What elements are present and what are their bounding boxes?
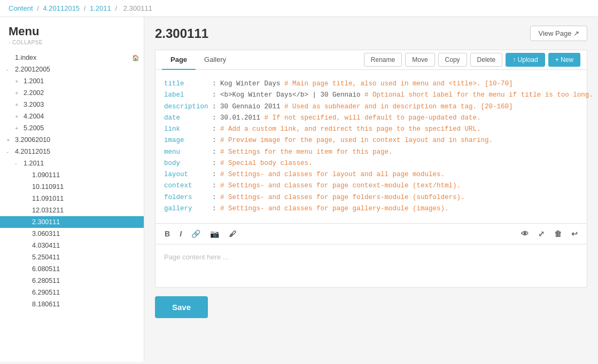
sidebar-item-label-320062010: 3.20062010 [15,136,139,144]
sidebar-title: Menu [9,25,135,38]
breadcrumb-content[interactable]: Content [9,4,33,12]
sidebar-item-42004[interactable]: + 4.2004 [0,110,144,122]
code-line-date: date : 30.01.2011 # If not specified, wi… [164,113,578,124]
sidebar-item-8180611[interactable]: 8.180611 [0,298,144,310]
code-line-gallery: gallery : # Settings- and classes for pa… [164,203,578,215]
code-line-folders: folders : # Settings- and classes for pa… [164,192,578,203]
sidebar-item-320062010[interactable]: + 3.20062010 [0,134,144,146]
sidebar-header: Menu - COLLAPSE [0,17,144,48]
sidebar-item-label-4030411: 4.030411 [32,242,139,249]
sidebar-item-1090111[interactable]: 1.090111 [0,169,144,181]
sidebar-item-label-420112015: 4.20112015 [15,148,139,155]
sidebar-item-label-10110911: 10.110911 [32,183,139,191]
sidebar-item-label-2300111: 2.300111 [32,218,139,226]
sidebar-item-label-12011: 1.2011 [24,160,139,167]
sidebar-item-12031211[interactable]: 12.031211 [0,204,144,216]
preview-button[interactable]: 👁 [518,228,531,240]
code-line-image: image : # Preview image for the page, us… [164,135,578,146]
main-content: 2.300111 View Page ↗ Page Gallery Rename… [144,17,598,362]
sidebar-item-12001[interactable]: + 1.2001 [0,75,144,87]
sidebar-item-label-12031211: 12.031211 [32,207,139,214]
save-area: Save [155,296,587,318]
content-editor-body[interactable]: Page content here ... [156,244,587,287]
sidebar-item-420112015[interactable]: - 4.20112015 [0,146,144,157]
home-icon-1index: 🏠 [132,54,139,61]
bold-button[interactable]: B [162,228,173,240]
page-title: 2.300111 [155,26,208,41]
sidebar-item-label-8180611: 8.180611 [32,300,139,308]
sidebar-item-6280511[interactable]: 6.280511 [0,275,144,287]
code-line-link: link : # Add a custom link, and redirect… [164,124,578,135]
code-line-description: description : 30 Gennaio 2011 # Used as … [164,101,578,113]
code-line-label: label : <b>Kog Winter Days</b> | 30 Genn… [164,90,578,101]
upload-button[interactable]: ↑ Upload [506,53,545,67]
code-line-menu: menu : # Settings for the menu item for … [164,147,578,158]
sidebar-item-label-6080511: 6.080511 [32,265,139,273]
sidebar-item-label-6280511: 6.280511 [32,277,139,284]
save-button[interactable]: Save [155,296,208,318]
sidebar-item-label-12001: 1.2001 [24,77,139,85]
code-editor[interactable]: title : Kog Winter Days # Main page titl… [156,70,587,224]
undo-button[interactable]: ↩ [569,228,580,240]
code-line-layout: layout : # Settings- and classes for lay… [164,169,578,180]
italic-button[interactable]: I [177,228,184,240]
image-button[interactable]: 📷 [207,228,222,240]
page-header: 2.300111 View Page ↗ [155,26,587,41]
delete-button[interactable]: Delete [470,53,503,67]
sidebar-item-2300111[interactable]: 2.300111 [0,216,144,228]
content-area: Page Gallery Rename Move Copy Delete ↑ U… [155,50,587,288]
breadcrumb-4-20112015[interactable]: 4.20112015 [43,4,80,12]
sidebar-item-22002[interactable]: + 2.2002 [0,87,144,99]
code-line-title: title : Kog Winter Days # Main page titl… [164,78,578,90]
sidebar-item-label-3060311: 3.060311 [32,230,139,238]
sidebar-tree: 1.index 🏠- 2.20012005+ 1.2001+ 2.2002+ 3… [0,48,144,314]
sidebar-item-12011[interactable]: - 1.2011 [0,157,144,169]
rename-button[interactable]: Rename [364,53,402,67]
view-page-button[interactable]: View Page ↗ [530,26,587,41]
sidebar-item-label-11091011: 11.091011 [32,195,139,202]
breadcrumb-1-2011[interactable]: 1.2011 [90,4,111,12]
sidebar-item-32003[interactable]: + 3.2003 [0,99,144,110]
sidebar-item-5250411[interactable]: 5.250411 [0,251,144,263]
toolbar-actions: Rename Move Copy Delete ↑ Upload + New [364,53,580,67]
new-button[interactable]: + New [548,53,580,67]
code-line-context: context : # Settings- and classes for pa… [164,180,578,192]
sidebar-item-4030411[interactable]: 4.030411 [0,240,144,251]
sidebar-item-label-5250411: 5.250411 [32,254,139,261]
sidebar-item-label-42004: 4.2004 [24,113,139,120]
resize-button[interactable]: ⤢ [535,228,547,240]
sidebar-item-52005[interactable]: + 5.2005 [0,122,144,134]
brush-button[interactable]: 🖌 [226,228,239,240]
sidebar-item-6080511[interactable]: 6.080511 [0,263,144,275]
sidebar-item-1index[interactable]: 1.index 🏠 [0,52,144,64]
sidebar-collapse[interactable]: - COLLAPSE [9,39,135,45]
sidebar-item-label-6290511: 6.290511 [32,289,139,296]
move-button[interactable]: Move [405,53,434,67]
sidebar-item-11091011[interactable]: 11.091011 [0,193,144,204]
tab-gallery[interactable]: Gallery [196,50,235,70]
sidebar-item-220012005[interactable]: - 2.20012005 [0,64,144,75]
code-line-body: body : # Special body classes. [164,158,578,169]
sidebar-item-label-32003: 3.2003 [24,101,139,108]
copy-button[interactable]: Copy [438,53,467,67]
sidebar-item-label-22002: 2.2002 [24,89,139,97]
sidebar: Menu - COLLAPSE 1.index 🏠- 2.20012005+ 1… [0,17,144,362]
tab-page[interactable]: Page [162,50,196,70]
editor-toolbar: B I 🔗 📷 🖌 👁 ⤢ 🗑 ↩ [156,224,587,244]
editor-right-actions: 👁 ⤢ 🗑 ↩ [518,228,580,240]
sidebar-item-3060311[interactable]: 3.060311 [0,228,144,240]
content-placeholder: Page content here ... [164,253,229,261]
sidebar-item-10110911[interactable]: 10.110911 [0,181,144,193]
sidebar-item-label-1index: 1.index [15,54,130,61]
delete-content-button[interactable]: 🗑 [552,228,564,240]
breadcrumb-current: 2.300111 [123,4,152,12]
link-button[interactable]: 🔗 [189,228,203,240]
sidebar-item-label-220012005: 2.20012005 [15,66,139,73]
sidebar-item-label-1090111: 1.090111 [32,171,139,179]
sidebar-item-label-52005: 5.2005 [24,124,139,132]
breadcrumb: Content / 4.20112015 / 1.2011 / 2.300111 [0,0,598,17]
tabs-toolbar: Page Gallery Rename Move Copy Delete ↑ U… [156,50,587,70]
sidebar-item-6290511[interactable]: 6.290511 [0,287,144,298]
